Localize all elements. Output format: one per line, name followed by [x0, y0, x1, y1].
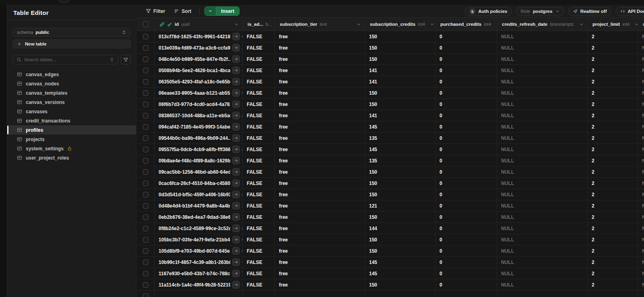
cell-su[interactable]: NULL [638, 54, 644, 64]
auth-policies-button[interactable]: 5 Auth policies [464, 7, 512, 16]
cell-subscription_tier[interactable]: free [275, 31, 365, 42]
expand-row-button[interactable] [232, 224, 240, 232]
cell-subscription_tier[interactable]: free [275, 234, 365, 245]
cell-su[interactable]: NULL [638, 133, 644, 143]
cell-id[interactable]: 09cac5bb-1256-46bd-ab60-64ed...1 [155, 166, 243, 177]
row-checkbox[interactable] [143, 90, 149, 96]
cell-purchased_credits[interactable]: 0 [436, 133, 497, 143]
cell-subscription_credits[interactable]: 145 [365, 144, 436, 155]
expand-row-button[interactable] [232, 89, 240, 97]
cell-id[interactable]: 10b99c1f-4857-4c39-a8b1-263b8...-C [155, 257, 243, 268]
cell-subscription_tier[interactable]: free [275, 87, 365, 98]
column-header-subscription_tier[interactable]: subscription_tiertext [275, 18, 365, 31]
cell-project_limit[interactable]: 2 [588, 87, 638, 98]
cell-project_limit[interactable]: 2 [588, 110, 638, 121]
cell-is_admin[interactable]: FALSE [243, 200, 275, 211]
insert-button[interactable]: Insert [204, 6, 239, 16]
cell-subscription_credits[interactable]: 150 [365, 178, 436, 189]
cell-is_admin[interactable]: FALSE [243, 279, 275, 290]
cell-project_limit[interactable]: 2 [588, 144, 638, 155]
cell-purchased_credits[interactable]: 0 [436, 189, 497, 200]
row-checkbox[interactable] [143, 113, 149, 118]
cell-id[interactable]: 0f8b24e2-c1c2-4589-99ce-2c52d...( [155, 223, 243, 234]
sidebar-item-credit_transactions[interactable]: credit_transactions [7, 116, 136, 125]
cell-is_admin[interactable]: FALSE [243, 268, 275, 279]
cell-subscription_tier[interactable]: free [275, 268, 365, 279]
cell-su[interactable]: NULL [638, 189, 644, 200]
cell-id[interactable]: 0cac6fca-26cf-4510-84ba-c4580...1 [155, 178, 243, 189]
column-header-project_limit[interactable]: project_limitint4 [588, 18, 638, 31]
cell-is_admin[interactable]: FALSE [243, 87, 275, 98]
cell-project_limit[interactable]: 2 [588, 245, 638, 256]
column-header-subscription_credits[interactable]: subscription_creditsint4 [365, 18, 436, 31]
cell-id[interactable]: 06eaee33-8905-4aaa-b121-ab552...0 [155, 87, 243, 98]
filter-button[interactable]: Filter [142, 7, 168, 16]
cell-purchased_credits[interactable]: 0 [436, 42, 497, 53]
expand-row-button[interactable] [232, 134, 240, 142]
cell-is_admin[interactable]: FALSE [243, 133, 275, 143]
expand-row-button[interactable] [232, 179, 240, 187]
cell-project_limit[interactable]: 2 [588, 121, 638, 132]
expand-row-button[interactable] [232, 112, 240, 119]
cell-project_limit[interactable]: 2 [588, 31, 638, 42]
cell-project_limit[interactable] [588, 291, 638, 297]
cell-is_admin[interactable]: FALSE [243, 178, 275, 189]
cell-su[interactable]: NULL [638, 42, 644, 53]
sidebar-item-canvas_templates[interactable]: canvas_templates [7, 88, 136, 98]
cell-subscription_tier[interactable]: free [275, 65, 365, 76]
row-checkbox[interactable] [143, 147, 149, 152]
cell-id[interactable]: 11a114cb-1a4c-49f4-9b28-52219ec...1 [155, 279, 243, 290]
cell-subscription_credits[interactable]: 150 [365, 245, 436, 256]
cell-project_limit[interactable]: 2 [588, 155, 638, 166]
cell-credits_refresh_date[interactable]: NULL [497, 31, 588, 42]
cell-id[interactable]: 0d48e4d4-b1bf-4479-9a8b-4a4b...X [155, 200, 243, 211]
cell-subscription_tier[interactable] [275, 291, 365, 297]
expand-row-button[interactable] [232, 236, 240, 243]
cell-su[interactable]: NULL [638, 166, 644, 177]
cell-is_admin[interactable]: FALSE [243, 110, 275, 121]
cell-subscription_credits[interactable]: 145 [365, 257, 436, 268]
cell-credits_refresh_date[interactable]: NULL [497, 279, 588, 290]
cell-credits_refresh_date[interactable]: NULL [497, 144, 588, 155]
cell-purchased_credits[interactable]: 0 [436, 279, 497, 290]
cell-subscription_tier[interactable]: free [275, 42, 365, 53]
expand-row-button[interactable] [232, 145, 240, 153]
expand-row-button[interactable] [232, 55, 240, 63]
cell-project_limit[interactable]: 2 [588, 200, 638, 211]
cell-credits_refresh_date[interactable]: NULL [497, 54, 588, 64]
cell-su[interactable]: NULL [638, 31, 644, 42]
cell-id[interactable]: 048c4e50-b989-455e-847e-fb2f...X [155, 54, 243, 64]
row-checkbox[interactable] [143, 192, 149, 197]
column-header-purchased_credits[interactable]: purchased_creditsint4 [436, 18, 497, 31]
cell-is_admin[interactable]: FALSE [243, 189, 275, 200]
row-checkbox[interactable] [143, 135, 149, 141]
cell-id[interactable]: 105bc3b7-03fe-4e7f-9efa-21bb40...0( [155, 234, 243, 245]
cell-su[interactable]: NULL [638, 245, 644, 256]
row-checkbox[interactable] [143, 203, 149, 209]
sidebar-item-canvas_edges[interactable]: canvas_edges [7, 70, 136, 79]
column-header-su[interactable]: su [638, 18, 644, 31]
cell-subscription_tier[interactable]: free [275, 166, 365, 177]
sidebar-item-canvas_nodes[interactable]: canvas_nodes [7, 79, 136, 88]
cell-credits_refresh_date[interactable]: NULL [497, 87, 588, 98]
cell-subscription_credits[interactable]: 141 [365, 76, 436, 87]
chevrons-expand-icon[interactable] [109, 57, 114, 62]
expand-row-button[interactable] [232, 78, 240, 85]
cell-project_limit[interactable]: 2 [588, 268, 638, 279]
cell-subscription_credits[interactable]: 150 [365, 42, 436, 53]
cell-subscription_credits[interactable]: 144 [365, 223, 436, 234]
expand-row-button[interactable] [232, 123, 240, 131]
cell-id[interactable]: 094caf42-7185-4e45-99f3-14abee...1 [155, 121, 243, 132]
expand-row-button[interactable] [232, 100, 240, 108]
cell-project_limit[interactable]: 2 [588, 257, 638, 268]
cell-credits_refresh_date[interactable]: NULL [497, 245, 588, 256]
cell-credits_refresh_date[interactable]: NULL [497, 212, 588, 222]
expand-row-button[interactable] [232, 247, 240, 255]
cell-project_limit[interactable]: 2 [588, 42, 638, 53]
cell-purchased_credits[interactable]: 0 [436, 268, 497, 279]
cell-credits_refresh_date[interactable]: NULL [497, 65, 588, 76]
column-header-id[interactable]: iduuid [155, 18, 243, 31]
cell-subscription_tier[interactable]: free [275, 155, 365, 166]
cell-subscription_tier[interactable]: free [275, 200, 365, 211]
cell-subscription_credits[interactable] [365, 291, 436, 297]
